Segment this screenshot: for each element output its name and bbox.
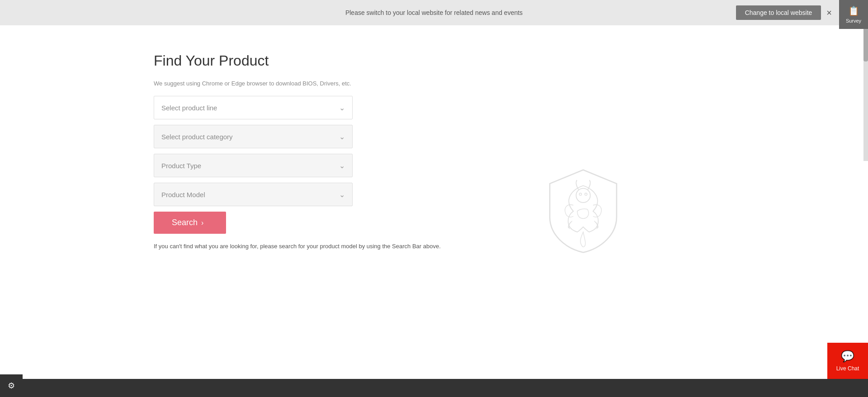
gear-icon: ⚙ xyxy=(8,381,15,391)
product-category-placeholder: Select product category xyxy=(161,133,233,141)
svg-point-1 xyxy=(579,193,581,195)
notification-actions: Change to local website × xyxy=(736,5,832,20)
suggestion-text: We suggest using Chrome or Edge browser … xyxy=(154,80,506,87)
scrollbar-track[interactable] xyxy=(863,25,868,161)
bottom-bar xyxy=(0,379,868,397)
survey-icon: 📋 xyxy=(848,5,859,16)
notification-text: Please switch to your local website for … xyxy=(345,9,523,16)
product-model-placeholder: Product Model xyxy=(161,191,205,198)
search-button[interactable]: Search › xyxy=(154,212,226,234)
form-section: Find Your Product We suggest using Chrom… xyxy=(154,52,506,352)
search-arrow-icon: › xyxy=(201,219,203,227)
main-content: Find Your Product We suggest using Chrom… xyxy=(0,25,868,379)
logo-section xyxy=(542,52,624,352)
msi-dragon-shield-logo xyxy=(542,166,624,256)
product-type-placeholder: Product Type xyxy=(161,162,201,170)
chevron-down-icon: ⌄ xyxy=(339,190,345,199)
chevron-down-icon: ⌄ xyxy=(339,104,345,112)
chat-icon: 💬 xyxy=(841,350,854,363)
chevron-down-icon: ⌄ xyxy=(339,132,345,141)
live-chat-label: Live Chat xyxy=(836,365,859,372)
survey-button[interactable]: 📋 Survey xyxy=(839,0,868,29)
product-line-dropdown[interactable]: Select product line ⌄ xyxy=(154,96,353,119)
helper-text: If you can't find what you are looking f… xyxy=(154,243,497,250)
page-title: Find Your Product xyxy=(154,52,506,69)
survey-label: Survey xyxy=(846,18,861,24)
svg-point-0 xyxy=(576,189,590,203)
scrollbar-thumb[interactable] xyxy=(863,25,868,61)
change-local-button[interactable]: Change to local website xyxy=(736,5,821,20)
notification-bar: Please switch to your local website for … xyxy=(0,0,868,25)
close-notification-button[interactable]: × xyxy=(826,8,832,18)
chevron-down-icon: ⌄ xyxy=(339,161,345,170)
cookie-settings-button[interactable]: ⚙ xyxy=(0,374,23,397)
product-type-dropdown[interactable]: Product Type ⌄ xyxy=(154,154,353,177)
live-chat-button[interactable]: 💬 Live Chat xyxy=(827,343,868,379)
product-line-placeholder: Select product line xyxy=(161,104,217,112)
svg-point-2 xyxy=(585,193,587,195)
product-model-dropdown[interactable]: Product Model ⌄ xyxy=(154,183,353,206)
search-button-label: Search xyxy=(172,218,198,227)
product-category-dropdown[interactable]: Select product category ⌄ xyxy=(154,125,353,148)
